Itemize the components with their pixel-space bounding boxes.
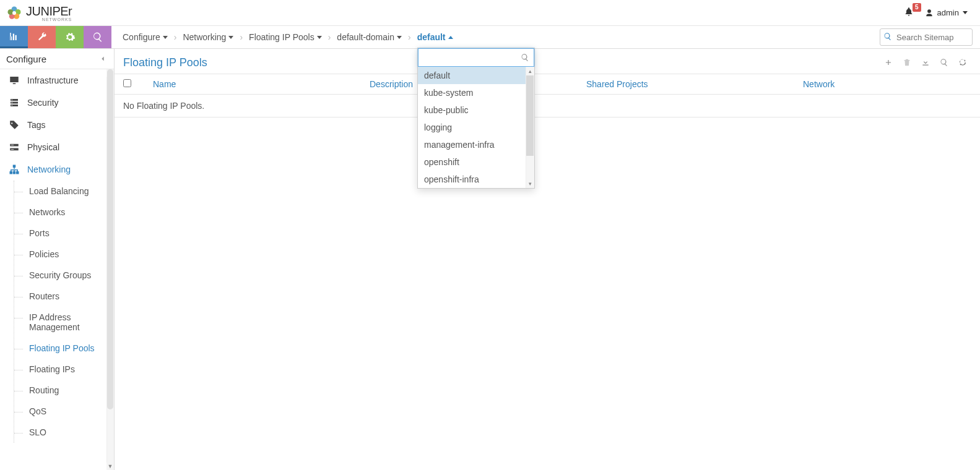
search-icon — [521, 53, 529, 62]
search-icon — [940, 58, 948, 67]
chevron-left-icon — [98, 54, 107, 63]
configure-mode-button[interactable] — [28, 26, 56, 48]
dropdown-option[interactable]: openshift — [418, 153, 526, 171]
search-icon — [883, 32, 892, 41]
svg-point-5 — [12, 11, 16, 15]
svg-rect-12 — [10, 172, 12, 174]
plus-icon — [884, 58, 893, 67]
subnav-floating-ips[interactable]: Floating IPs — [14, 359, 114, 380]
chevron-right-icon: › — [240, 32, 243, 42]
brand-logo[interactable]: JUNIPEr NETWORKS — [5, 4, 72, 22]
scroll-up-icon[interactable]: ▴ — [526, 67, 534, 75]
chevron-right-icon: › — [328, 32, 331, 42]
sidebar-item-infrastructure[interactable]: Infrastructure — [0, 69, 106, 92]
content-header: Floating IP Pools — [115, 49, 980, 74]
sidebar-header: Configure — [0, 49, 114, 69]
dropdown-scroll-thumb[interactable] — [526, 75, 534, 156]
subnav-ports[interactable]: Ports — [14, 223, 114, 244]
app-header: JUNIPEr NETWORKS 5 admin — [0, 0, 980, 26]
notification-count-badge: 5 — [913, 3, 921, 12]
subnav-qos[interactable]: QoS — [14, 401, 114, 422]
caret-down-icon — [228, 36, 233, 39]
brand-name: JUNIPEr — [26, 4, 72, 18]
subnav-load-balancing[interactable]: Load Balancing — [14, 181, 114, 202]
column-shared-projects[interactable]: Shared Projects — [586, 79, 803, 89]
column-network[interactable]: Network — [803, 79, 971, 89]
subnav-routers[interactable]: Routers — [14, 286, 114, 307]
notifications-button[interactable]: 5 — [904, 7, 914, 19]
dropdown-option[interactable]: logging — [418, 119, 526, 136]
delete-button[interactable] — [898, 54, 916, 71]
content-area: Floating IP Pools Name Description Share… — [115, 49, 980, 470]
user-menu[interactable]: admin — [925, 8, 968, 17]
sidebar-subnav: Load Balancing Networks Ports Policies S… — [14, 181, 114, 443]
refresh-button[interactable] — [954, 54, 971, 71]
select-all-checkbox[interactable] — [123, 79, 131, 87]
crumb-networking[interactable]: Networking — [183, 32, 233, 42]
crumb-configure[interactable]: Configure — [123, 32, 168, 42]
caret-down-icon — [317, 36, 322, 39]
empty-state-message: No Floating IP Pools. — [115, 95, 980, 118]
subnav-ip-address-management[interactable]: IP Address Management — [14, 307, 114, 338]
svg-point-8 — [12, 105, 13, 106]
subnav-floating-ip-pools[interactable]: Floating IP Pools — [14, 338, 114, 359]
select-all-checkbox-cell — [123, 79, 153, 89]
crumb-project[interactable]: default — [417, 32, 453, 42]
logo-flower-icon — [5, 4, 24, 22]
dropdown-option[interactable]: management-infra — [418, 136, 526, 153]
sidebar: Configure Infrastructure Security Tags — [0, 49, 115, 470]
caret-down-icon — [397, 36, 402, 39]
download-button[interactable] — [917, 54, 934, 71]
subnav-policies[interactable]: Policies — [14, 244, 114, 265]
sidebar-scroll-thumb[interactable] — [107, 69, 113, 409]
subnav-networks[interactable]: Networks — [14, 202, 114, 223]
refresh-icon — [958, 58, 967, 67]
subnav-routing[interactable]: Routing — [14, 380, 114, 401]
sidebar-item-networking[interactable]: Networking — [0, 158, 106, 181]
monitor-mode-button[interactable] — [0, 26, 28, 48]
subnav-security-groups[interactable]: Security Groups — [14, 265, 114, 286]
dropdown-list-wrap: default kube-system kube-public logging … — [418, 67, 534, 188]
download-icon — [921, 58, 930, 67]
dropdown-search-row — [418, 48, 534, 67]
settings-mode-button[interactable] — [56, 26, 84, 48]
sidebar-item-security[interactable]: Security — [0, 92, 106, 114]
dropdown-option[interactable]: openshift-infra — [418, 171, 526, 188]
dropdown-option[interactable]: default — [418, 67, 526, 84]
search-icon — [92, 32, 103, 43]
dropdown-option[interactable]: kube-system — [418, 84, 526, 101]
column-name[interactable]: Name — [153, 79, 370, 89]
wrench-icon — [37, 32, 48, 43]
subnav-slo[interactable]: SLO — [14, 422, 114, 443]
dropdown-search-input[interactable] — [418, 48, 534, 67]
trash-icon — [903, 58, 911, 67]
query-mode-button[interactable] — [84, 26, 111, 48]
dropdown-option[interactable]: kube-public — [418, 101, 526, 119]
chevron-right-icon: › — [408, 32, 411, 42]
svg-point-4 — [8, 9, 14, 15]
sidebar-item-tags[interactable]: Tags — [0, 114, 106, 136]
scroll-down-icon[interactable]: ▾ — [526, 179, 534, 188]
sidebar-title: Configure — [6, 54, 46, 64]
server-icon — [9, 142, 20, 153]
dropdown-scrollbar[interactable]: ▴ ▾ — [526, 67, 534, 188]
sidebar-collapse-button[interactable] — [97, 53, 109, 65]
gear-icon — [64, 32, 76, 43]
add-button[interactable] — [880, 54, 897, 71]
crumb-floating-ip-pools[interactable]: Floating IP Pools — [249, 32, 322, 42]
monitor-icon — [9, 75, 20, 86]
caret-up-icon — [448, 36, 453, 39]
sidebar-scrollbar[interactable]: ▲ ▼ — [106, 69, 114, 470]
user-icon — [925, 9, 934, 17]
sidebar-item-physical[interactable]: Physical — [0, 136, 106, 158]
sitemap-icon — [9, 164, 20, 175]
search-button[interactable] — [935, 54, 953, 71]
sitemap-search-input[interactable] — [880, 28, 973, 46]
tag-icon — [9, 119, 20, 130]
crumb-domain[interactable]: default-domain — [337, 32, 402, 42]
project-dropdown-popover: default kube-system kube-public logging … — [417, 48, 535, 189]
scroll-down-icon[interactable]: ▼ — [106, 463, 114, 470]
breadcrumb: Configure › Networking › Floating IP Poo… — [111, 26, 880, 48]
sitemap-search — [880, 28, 973, 46]
page-title: Floating IP Pools — [123, 56, 207, 69]
